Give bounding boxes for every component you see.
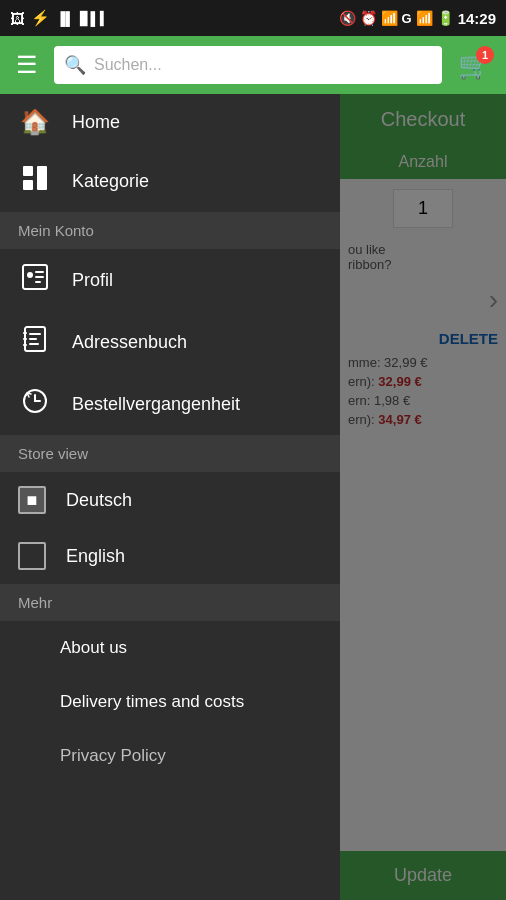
top-bar: ☰ 🔍 Suchen... 🛒 1 xyxy=(0,36,506,94)
svg-rect-2 xyxy=(37,166,47,190)
cart-badge: 1 xyxy=(476,46,494,64)
svg-rect-13 xyxy=(23,338,27,340)
sidebar-item-adressbuch-label: Adressenbuch xyxy=(72,332,187,353)
svg-point-4 xyxy=(27,272,33,278)
image-icon: 🖼 xyxy=(10,10,25,27)
g-icon: G xyxy=(402,11,412,26)
sidebar-item-delivery-times[interactable]: Delivery times and costs xyxy=(0,675,340,729)
about-us-label: About us xyxy=(60,638,127,657)
sidebar-item-kategorie[interactable]: Kategorie xyxy=(0,150,340,212)
status-icons-right: 🔇 ⏰ 📶 G 📶 🔋 14:29 xyxy=(339,10,497,27)
sidebar-item-bestellvergangenheit-label: Bestellvergangenheit xyxy=(72,394,240,415)
svg-rect-14 xyxy=(23,344,27,346)
delivery-times-label: Delivery times and costs xyxy=(60,692,244,711)
search-box[interactable]: 🔍 Suchen... xyxy=(54,46,442,84)
sidebar-item-home[interactable]: 🏠 Home xyxy=(0,94,340,150)
store-view-deutsch[interactable]: ■ Deutsch xyxy=(0,472,340,528)
drawer: 🏠 Home Kategorie Mein Konto xyxy=(0,94,340,900)
privacy-policy-label: Privacy Policy xyxy=(60,746,166,765)
status-icons-left: 🖼 ⚡ ▐▌ ▊▌▍ xyxy=(10,9,110,27)
sidebar-item-home-label: Home xyxy=(72,112,120,133)
signal-icon: ▐▌ xyxy=(56,11,74,26)
english-label: English xyxy=(66,546,125,567)
cart-button[interactable]: 🛒 1 xyxy=(452,44,496,87)
svg-rect-6 xyxy=(35,276,44,278)
svg-rect-5 xyxy=(35,271,44,273)
sidebar-item-kategorie-label: Kategorie xyxy=(72,171,149,192)
hamburger-button[interactable]: ☰ xyxy=(10,45,44,85)
battery-icon: 🔋 xyxy=(437,10,454,26)
svg-rect-11 xyxy=(29,343,39,345)
english-checkbox[interactable] xyxy=(18,542,46,570)
store-view-header: Store view xyxy=(0,435,340,472)
svg-rect-9 xyxy=(29,333,41,335)
bestellvergangenheit-icon xyxy=(18,387,52,421)
sidebar-item-privacy-policy[interactable]: Privacy Policy xyxy=(0,729,340,783)
kategorie-icon xyxy=(18,164,52,198)
status-time: 14:29 xyxy=(458,10,496,27)
status-bar: 🖼 ⚡ ▐▌ ▊▌▍ 🔇 ⏰ 📶 G 📶 🔋 14:29 xyxy=(0,0,506,36)
wifi-icon: 📶 xyxy=(381,10,398,26)
sidebar-item-adressbuch[interactable]: Adressenbuch xyxy=(0,311,340,373)
usb-icon: ⚡ xyxy=(31,9,50,27)
adressbuch-icon xyxy=(18,325,52,359)
mute-icon: 🔇 xyxy=(339,10,356,26)
search-icon: 🔍 xyxy=(64,54,86,76)
store-view-english[interactable]: English xyxy=(0,528,340,584)
sidebar-item-bestellvergangenheit[interactable]: Bestellvergangenheit xyxy=(0,373,340,435)
svg-rect-0 xyxy=(23,166,33,176)
svg-rect-12 xyxy=(23,332,27,334)
alarm-icon: ⏰ xyxy=(360,10,377,26)
mehr-header: Mehr xyxy=(0,584,340,621)
bars-icon: ▊▌▍ xyxy=(80,11,109,26)
search-input[interactable]: Suchen... xyxy=(94,56,162,74)
svg-rect-1 xyxy=(23,180,33,190)
signal-bars-icon: 📶 xyxy=(416,10,433,26)
svg-rect-7 xyxy=(35,281,41,283)
mein-konto-header: Mein Konto xyxy=(0,212,340,249)
sidebar-item-about-us[interactable]: About us xyxy=(0,621,340,675)
profil-icon xyxy=(18,263,52,297)
sidebar-item-profil[interactable]: Profil xyxy=(0,249,340,311)
sidebar-item-profil-label: Profil xyxy=(72,270,113,291)
deutsch-checkbox[interactable]: ■ xyxy=(18,486,46,514)
main-content: Checkout Anzahl 1 ou likeribbon? › DELET… xyxy=(0,94,506,900)
svg-rect-10 xyxy=(29,338,37,340)
drawer-overlay[interactable] xyxy=(340,94,506,900)
check-icon: ■ xyxy=(27,490,38,511)
deutsch-label: Deutsch xyxy=(66,490,132,511)
home-icon: 🏠 xyxy=(18,108,52,136)
